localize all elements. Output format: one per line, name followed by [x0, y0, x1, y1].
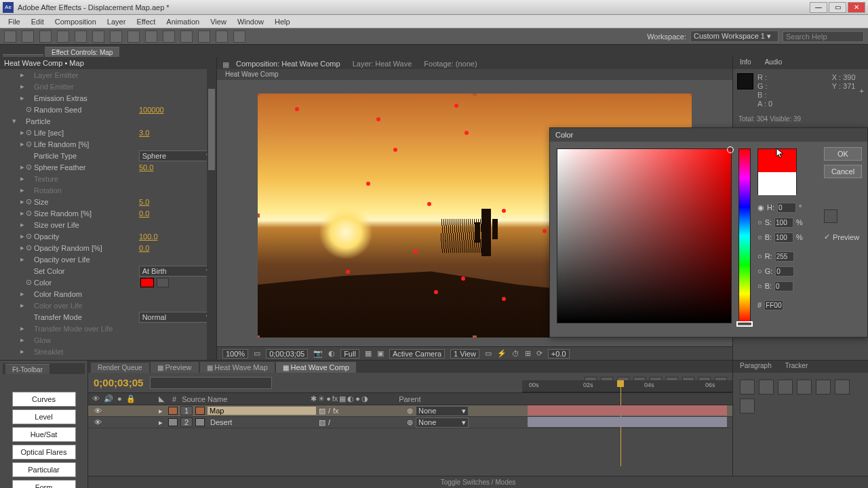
toggle-switches-button[interactable]: Toggle Switches / Modes	[88, 476, 868, 488]
hue-cursor[interactable]	[736, 321, 753, 327]
eye-col-icon[interactable]: 👁	[92, 394, 100, 403]
ft-button-particular[interactable]: Particular	[12, 462, 76, 477]
ft-button-level[interactable]: Level	[12, 409, 76, 424]
clone-tool-icon[interactable]	[180, 30, 193, 43]
layer-name[interactable]: Map	[208, 407, 316, 415]
menu-effect[interactable]: Effect	[131, 18, 161, 26]
views-select[interactable]: 1 View	[450, 349, 479, 359]
tracker-tab[interactable]: Tracker	[778, 361, 815, 373]
menu-composition[interactable]: Composition	[50, 18, 102, 26]
radio-g[interactable]: ○	[757, 264, 762, 279]
viewer-icon[interactable]: ▭	[254, 349, 260, 358]
timeline-ruler[interactable]: 00s 02s 04s 06s	[522, 380, 732, 392]
switch-icon[interactable]: /	[328, 407, 330, 415]
pan-behind-tool-icon[interactable]	[92, 30, 104, 43]
label-col-icon[interactable]: ◣	[156, 394, 170, 403]
preview-checkbox[interactable]: ✓	[824, 232, 830, 241]
ec-scrollbar[interactable]	[207, 68, 216, 360]
layer-handle[interactable]	[258, 336, 260, 338]
zoom-tool-icon[interactable]	[39, 30, 52, 43]
exposure-reset-icon[interactable]: ⟳	[536, 349, 542, 358]
menu-animation[interactable]: Animation	[161, 18, 205, 26]
property-row[interactable]: ▸Grid Emitter	[3, 81, 214, 92]
radio-bb[interactable]: ○	[757, 279, 762, 293]
stopwatch-icon[interactable]: ⊙	[26, 209, 34, 218]
property-value[interactable]: 3.0	[139, 129, 149, 137]
property-row[interactable]: ▸Size over Life	[3, 219, 214, 230]
viewer-tab-layer[interactable]: Layer: Heat Wave	[347, 58, 418, 69]
resolution-select[interactable]: Full	[340, 349, 359, 359]
zoom-select[interactable]: 100%	[222, 349, 248, 359]
property-row[interactable]: ▸Color Random	[3, 288, 214, 300]
radio-r[interactable]: ○	[757, 249, 762, 264]
property-row[interactable]: Particle TypeSphere▾	[3, 150, 214, 161]
solo-col-icon[interactable]: ●	[117, 394, 122, 403]
layer-handle[interactable]	[473, 94, 477, 96]
channel-icon[interactable]: ◐	[328, 349, 335, 358]
maximize-button[interactable]: ▭	[829, 2, 846, 13]
property-row[interactable]: ▸⊙Size5.0	[3, 196, 214, 207]
property-value[interactable]: 5.0	[139, 198, 149, 206]
help-search-input[interactable]: Search Help	[783, 31, 864, 42]
align-right-icon[interactable]	[778, 380, 793, 394]
rotate-tool-icon[interactable]	[57, 30, 69, 43]
ok-button[interactable]: OK	[824, 147, 862, 161]
grid-icon[interactable]: ▦	[365, 349, 372, 358]
selection-tool-icon[interactable]	[4, 30, 16, 43]
radio-h[interactable]: ◉	[757, 200, 764, 215]
viewer-tab-footage[interactable]: Footage: (none)	[418, 58, 482, 69]
property-value[interactable]: 0.0	[139, 209, 149, 218]
sv-cursor[interactable]	[727, 146, 734, 153]
lock-col-icon[interactable]: 🔒	[126, 394, 136, 403]
mask-tool-icon[interactable]	[110, 30, 122, 43]
time-display[interactable]: 0;00;03;05	[266, 349, 308, 359]
layer-handle[interactable]	[473, 336, 477, 338]
b-input[interactable]	[774, 281, 793, 291]
hand-tool-icon[interactable]	[22, 30, 34, 43]
color-swatch[interactable]	[140, 278, 154, 287]
workspace-select[interactable]: Custom Workspace 1 ▾	[690, 30, 778, 42]
pen-tool-icon[interactable]	[127, 30, 140, 43]
effect-controls-tab[interactable]: Effect Controls: Map	[45, 47, 119, 57]
stopwatch-icon[interactable]: ⊙	[26, 232, 34, 241]
paragraph-tab[interactable]: Paragraph	[733, 361, 778, 373]
property-row[interactable]: ▸Emission Extras	[3, 92, 214, 104]
eraser-tool-icon[interactable]	[198, 30, 210, 43]
layer-handle[interactable]	[690, 94, 692, 96]
switch-icon[interactable]: /	[328, 418, 330, 427]
info-tab[interactable]: Info	[733, 57, 758, 69]
property-row[interactable]: ⊙Random Seed100000	[3, 104, 214, 115]
audio-col-icon[interactable]: 🔊	[104, 394, 113, 403]
fast-preview-icon[interactable]: ⚡	[497, 349, 507, 358]
parent-pickwhip-icon[interactable]: ⊚	[407, 418, 413, 426]
property-row[interactable]: ▾Particle	[3, 115, 214, 127]
stopwatch-icon[interactable]: ⊙	[26, 197, 34, 206]
tl-tab-hwmap[interactable]: ▦ Heat Wave Map	[200, 362, 275, 373]
stopwatch-icon[interactable]: ⊙	[26, 278, 34, 287]
ft-button-curves[interactable]: Curves	[12, 392, 76, 407]
h-input[interactable]	[777, 203, 796, 213]
radio-b[interactable]: ○	[757, 230, 762, 245]
property-row[interactable]: ▸⊙Opacity Random [%]0.0	[3, 242, 214, 253]
timeline-icon[interactable]: ⏱	[512, 350, 519, 358]
layer-bar-desert[interactable]	[528, 417, 727, 427]
property-row[interactable]: Transfer ModeNormal▾	[3, 311, 214, 323]
property-row[interactable]: ▸Color over Life	[3, 300, 214, 311]
puppet-tool-icon[interactable]	[233, 30, 245, 43]
menu-window[interactable]: Window	[232, 18, 269, 26]
property-row[interactable]: Set ColorAt Birth▾	[3, 265, 214, 277]
stopwatch-icon[interactable]: ⊙	[26, 140, 34, 148]
menu-view[interactable]: View	[205, 18, 232, 26]
stopwatch-icon[interactable]: ⊙	[26, 105, 34, 114]
align-left-icon[interactable]	[740, 380, 755, 394]
property-value[interactable]: 100000	[139, 106, 164, 114]
property-row[interactable]: ▸⊙Life [sec]3.0	[3, 127, 214, 138]
stopwatch-icon[interactable]: ⊙	[26, 163, 34, 171]
type-tool-icon[interactable]	[145, 30, 157, 43]
eyedropper-icon[interactable]	[157, 278, 169, 287]
tl-tab-hwcomp[interactable]: ▦ Heat Wave Comp	[276, 362, 356, 373]
justify-last-center-icon[interactable]	[816, 380, 831, 394]
tl-tab-preview[interactable]: ▦ Preview	[151, 362, 199, 373]
eye-toggle[interactable]: 👁	[92, 418, 103, 426]
property-value[interactable]: 100.0	[139, 232, 158, 241]
